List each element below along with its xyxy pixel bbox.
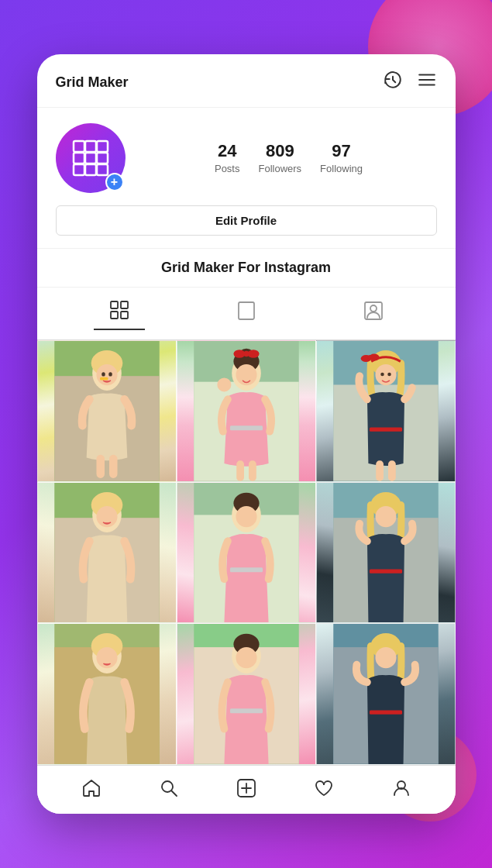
svg-rect-12: [111, 301, 118, 308]
grid-cell-2[interactable]: [177, 340, 316, 482]
grid-tab[interactable]: [94, 297, 145, 330]
username-section: Grid Maker For Instagram: [37, 249, 456, 288]
grid-cell-9[interactable]: [316, 623, 456, 765]
svg-rect-13: [121, 301, 128, 308]
svg-rect-5: [97, 141, 108, 152]
grid-cell-8[interactable]: [177, 623, 316, 765]
svg-line-94: [171, 791, 177, 797]
search-nav-button[interactable]: [159, 778, 179, 798]
svg-rect-51: [369, 427, 401, 431]
svg-rect-55: [376, 460, 384, 480]
svg-rect-3: [74, 141, 84, 152]
svg-rect-8: [97, 153, 108, 164]
phone-container: Grid Maker: [37, 54, 456, 814]
svg-rect-15: [121, 312, 128, 319]
svg-point-53: [380, 373, 384, 377]
svg-point-69: [236, 506, 256, 527]
photo-grid: [37, 340, 456, 765]
profile-top: + 24 Posts 809 Followers 97 Following: [56, 123, 437, 193]
svg-point-36: [243, 351, 249, 357]
svg-rect-73: [369, 569, 401, 573]
svg-rect-11: [97, 164, 108, 175]
photo-3: [317, 341, 455, 481]
followers-count: 809: [258, 141, 301, 161]
svg-rect-23: [96, 455, 105, 478]
followers-label: Followers: [258, 163, 301, 174]
portrait-tab[interactable]: [221, 298, 272, 329]
grid-cell-5[interactable]: [177, 482, 316, 624]
posts-label: Posts: [215, 163, 240, 174]
photo-8: [177, 624, 315, 764]
avatar-wrapper: +: [56, 123, 126, 193]
photo-4: [38, 483, 176, 623]
grid-cell-1[interactable]: [37, 340, 177, 482]
header: Grid Maker: [37, 54, 456, 108]
photo-9: [317, 624, 455, 764]
photo-7: [38, 624, 176, 764]
svg-rect-16: [239, 302, 254, 319]
svg-point-92: [375, 647, 396, 668]
menu-icon[interactable]: [417, 70, 437, 95]
svg-rect-9: [74, 164, 84, 175]
svg-rect-44: [249, 460, 256, 480]
svg-rect-24: [109, 455, 118, 478]
add-photo-button[interactable]: +: [105, 173, 124, 191]
svg-rect-91: [369, 711, 401, 715]
person-tab[interactable]: [348, 298, 399, 329]
following-stat: 97 Following: [320, 141, 363, 175]
svg-point-18: [370, 305, 377, 312]
svg-point-54: [387, 373, 391, 377]
photo-2: [177, 341, 315, 481]
bottom-nav: [37, 765, 456, 814]
posts-count: 24: [215, 141, 240, 161]
profile-nav-button[interactable]: [391, 778, 411, 798]
svg-rect-68: [229, 567, 262, 572]
following-label: Following: [320, 163, 363, 174]
grid-cell-7[interactable]: [37, 623, 177, 765]
grid-icon: [71, 138, 111, 178]
svg-point-27: [108, 372, 112, 376]
svg-point-26: [101, 372, 105, 376]
svg-rect-14: [111, 312, 118, 319]
svg-rect-28: [99, 377, 108, 381]
edit-profile-button[interactable]: Edit Profile: [56, 205, 437, 236]
profile-stats: 24 Posts 809 Followers 97 Following: [141, 141, 437, 175]
header-icons: [383, 70, 437, 95]
svg-rect-10: [85, 164, 96, 175]
photo-5: [177, 483, 315, 623]
svg-point-41: [217, 377, 231, 391]
svg-rect-56: [388, 460, 396, 480]
photo-1: [38, 341, 176, 481]
svg-rect-4: [85, 141, 96, 152]
svg-rect-7: [85, 153, 96, 164]
username-text: Grid Maker For Instagram: [161, 260, 331, 275]
following-count: 97: [320, 141, 363, 161]
heart-nav-button[interactable]: [314, 778, 334, 798]
photo-grid-section: [37, 340, 456, 765]
profile-section: + 24 Posts 809 Followers 97 Following Ed…: [37, 108, 456, 249]
svg-rect-6: [74, 153, 84, 164]
grid-cell-4[interactable]: [37, 482, 177, 624]
posts-stat: 24 Posts: [215, 141, 240, 175]
svg-point-50: [367, 355, 372, 360]
photo-6: [317, 483, 455, 623]
history-icon[interactable]: [383, 70, 403, 95]
svg-point-74: [375, 506, 396, 527]
home-nav-button[interactable]: [81, 778, 101, 798]
svg-rect-40: [229, 425, 262, 430]
svg-point-87: [236, 647, 256, 668]
followers-stat: 809 Followers: [258, 141, 301, 175]
svg-rect-86: [229, 708, 262, 713]
tabs-section: [37, 288, 456, 340]
grid-cell-3[interactable]: [316, 340, 456, 482]
add-nav-button[interactable]: [236, 778, 256, 798]
svg-rect-43: [236, 460, 244, 480]
grid-cell-6[interactable]: [316, 482, 456, 624]
app-title: Grid Maker: [56, 74, 129, 91]
